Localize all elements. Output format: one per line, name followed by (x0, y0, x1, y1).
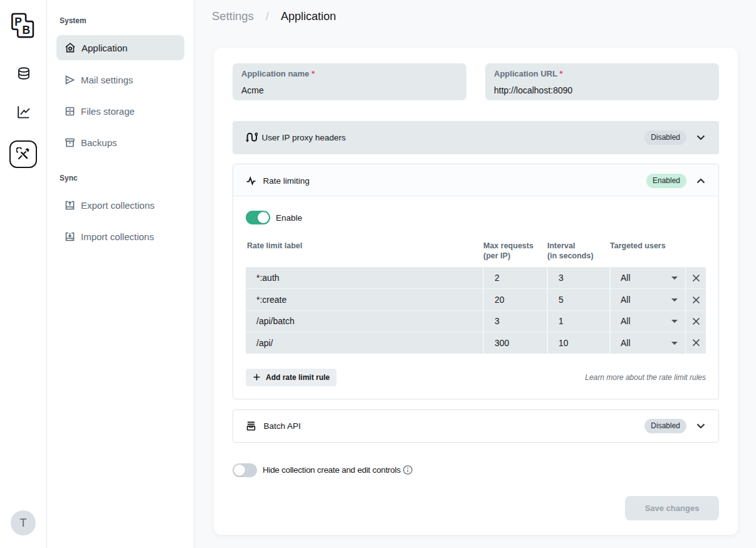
svg-text:B: B (23, 24, 31, 36)
svg-text:P: P (14, 16, 22, 28)
